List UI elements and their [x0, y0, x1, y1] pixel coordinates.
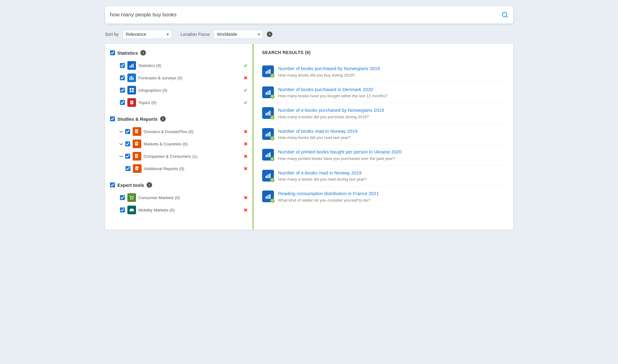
result-badge-1: +	[270, 73, 275, 78]
result-item-5[interactable]: + Number of printed books bought per per…	[262, 144, 505, 165]
svg-rect-41	[266, 71, 267, 74]
statistics-info-icon[interactable]: i	[140, 50, 146, 56]
svg-rect-10	[130, 90, 131, 92]
result-subtitle-1: How many books did you buy during 2019?	[278, 73, 505, 77]
svg-rect-5	[130, 77, 130, 80]
markets-checkbox[interactable]	[125, 141, 130, 146]
result-title-2[interactable]: Number of books purchased in Denmark 202…	[278, 86, 505, 93]
svg-line-1	[506, 16, 507, 17]
filter-statistics: Statistics (8) ✔	[110, 59, 248, 72]
companies-chevron[interactable]: ❯	[119, 155, 123, 158]
additional-checkbox[interactable]	[126, 166, 130, 171]
result-item-6[interactable]: + Number of e-books read in Norway 2019 …	[262, 165, 505, 186]
sort-by-wrapper: Relevance Date Popularity	[122, 30, 172, 39]
category-statistics: Statistics i Statistics (8) ✔	[110, 50, 248, 109]
infographics-checkbox[interactable]	[120, 88, 125, 93]
companies-checkbox[interactable]	[125, 154, 130, 159]
forecasts-label: Forecasts & surveys (0)	[139, 76, 241, 80]
filter-infographics: Infographics (0) ✔	[110, 84, 248, 96]
result-badge-6: +	[270, 178, 275, 182]
result-text-3: Number of e-books purchased by Norwegian…	[278, 107, 505, 119]
result-subtitle-6: How many e-books did you read during las…	[278, 177, 505, 182]
location-info-icon[interactable]: i	[267, 31, 272, 37]
result-item-4[interactable]: + Number of books read in Norway 2019 Ho…	[262, 124, 505, 145]
result-bar-chart-icon-4	[265, 131, 271, 137]
statistics-checkbox[interactable]	[110, 50, 115, 55]
search-input[interactable]	[110, 12, 501, 18]
svg-rect-58	[269, 174, 271, 178]
svg-point-33	[130, 199, 131, 200]
topics-status-icon: ✔	[244, 100, 248, 106]
svg-rect-54	[267, 153, 269, 157]
result-badge-5: +	[270, 157, 275, 161]
studies-checkbox[interactable]	[110, 116, 115, 121]
result-subtitle-4: How many books did you read last year?	[278, 135, 505, 140]
result-subtitle-3: How many e-books did you purchase during…	[278, 115, 505, 119]
filter-consumer-markets: Consumer Markets (0) ✖	[110, 191, 248, 204]
search-button[interactable]	[501, 11, 508, 18]
result-title-5[interactable]: Number of printed books bought per perso…	[278, 149, 505, 155]
dossiers-chevron[interactable]: ❯	[119, 130, 123, 133]
result-item-7[interactable]: + Reading consumption distribution in Fr…	[262, 186, 505, 207]
topics-checkbox[interactable]	[120, 100, 125, 105]
result-item-2[interactable]: + Number of books purchased in Denmark 2…	[262, 82, 505, 103]
filter-markets: ❯ Markets & Countries (0) ✖	[110, 138, 248, 150]
svg-rect-48	[267, 112, 269, 115]
result-title-3[interactable]: Number of e-books purchased by Norwegian…	[278, 107, 505, 113]
svg-rect-52	[269, 132, 271, 136]
result-item-3[interactable]: + Number of e-books purchased by Norwegi…	[262, 103, 505, 124]
studies-info-icon[interactable]: i	[160, 116, 166, 122]
result-text-6: Number of e-books read in Norway 2019 Ho…	[278, 170, 505, 182]
result-item-1[interactable]: + Number of books purchased by Norwegian…	[262, 61, 505, 82]
result-subtitle-2: How many books have you bought within th…	[278, 94, 505, 98]
bar-chart-icon	[129, 63, 134, 68]
result-title-7[interactable]: Reading consumption distribution in Fran…	[278, 190, 505, 197]
dossiers-checkbox[interactable]	[125, 129, 130, 134]
svg-rect-6	[131, 77, 132, 80]
result-title-1[interactable]: Number of books purchased by Norwegians …	[278, 65, 505, 72]
sort-by-label: Sort by	[105, 32, 119, 37]
companies-doc-icon	[134, 154, 139, 159]
sort-by-select[interactable]: Relevance Date Popularity	[122, 30, 172, 39]
filters-row: Sort by Relevance Date Popularity Locati…	[105, 30, 513, 39]
result-badge-7: +	[270, 199, 275, 203]
companies-status-icon: ✖	[244, 153, 248, 159]
markets-doc-icon	[134, 141, 139, 146]
statistics-item-checkbox[interactable]	[120, 63, 125, 68]
result-title-6[interactable]: Number of e-books read in Norway 2019	[278, 170, 505, 176]
expert-tools-checkbox[interactable]	[110, 182, 115, 187]
result-title-4[interactable]: Number of books read in Norway 2019	[278, 128, 505, 134]
svg-rect-50	[266, 134, 267, 136]
location-focus-select[interactable]: Worldwide Europe North America Asia	[214, 30, 263, 39]
svg-rect-36	[130, 209, 133, 210]
result-icon-7: +	[262, 190, 274, 202]
result-icon-4: +	[262, 128, 274, 140]
mobility-markets-checkbox[interactable]	[120, 207, 125, 212]
svg-rect-9	[132, 88, 134, 90]
consumer-markets-checkbox[interactable]	[120, 195, 125, 200]
statistics-bar-icon	[127, 61, 136, 70]
expert-tools-info-icon[interactable]: i	[147, 182, 152, 188]
result-icon-2: +	[262, 86, 274, 98]
result-icon-6: +	[262, 170, 274, 182]
forecasts-icon	[127, 73, 136, 82]
studies-title: Studies & Reports	[117, 116, 158, 122]
additional-doc-icon	[135, 166, 140, 171]
result-text-7: Reading consumption distribution in Fran…	[278, 190, 505, 203]
location-focus-label: Location Focus	[181, 32, 210, 37]
expert-tools-title: Expert tools	[117, 182, 144, 188]
svg-marker-21	[138, 142, 139, 143]
consumer-markets-icon	[127, 193, 136, 202]
svg-rect-11	[132, 90, 134, 92]
svg-rect-45	[267, 91, 269, 95]
result-bar-chart-icon-7	[265, 193, 271, 199]
svg-point-34	[132, 199, 133, 200]
mobility-car-icon	[129, 207, 134, 212]
filter-forecasts: Forecasts & surveys (0) ✖	[110, 72, 248, 84]
markets-chevron[interactable]: ❯	[119, 143, 123, 145]
svg-rect-60	[267, 195, 269, 199]
svg-rect-43	[269, 69, 271, 74]
forecasts-checkbox[interactable]	[120, 75, 125, 80]
svg-rect-7	[133, 78, 134, 80]
svg-rect-47	[266, 113, 267, 115]
